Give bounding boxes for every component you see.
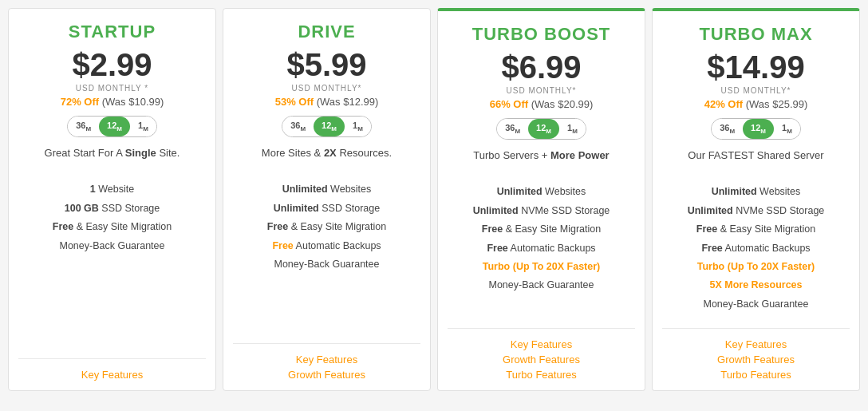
plan-name-turbo-max: TURBO MAX bbox=[699, 24, 812, 45]
plan-link-turbo-boost-2[interactable]: Turbo Features bbox=[506, 369, 576, 381]
plan-feature-item-turbo-boost-5: Money-Back Guarantee bbox=[448, 276, 635, 294]
plan-card-startup: STARTUP$2.99USD MONTHLY *72% Off (Was $1… bbox=[8, 8, 216, 391]
plan-features-drive: Unlimited WebsitesUnlimited SSD StorageF… bbox=[233, 180, 420, 329]
billing-option-12m-startup[interactable]: 12M bbox=[99, 117, 130, 136]
plan-discount-turbo-boost: 66% Off (Was $20.99) bbox=[490, 98, 594, 110]
billing-option-36m-turbo-boost[interactable]: 36M bbox=[497, 119, 528, 139]
plan-link-drive-1[interactable]: Growth Features bbox=[288, 369, 365, 381]
plan-price-drive: $5.99 bbox=[286, 47, 366, 82]
plan-discount-startup: 72% Off (Was $10.99) bbox=[61, 96, 164, 108]
plan-link-turbo-boost-1[interactable]: Growth Features bbox=[503, 354, 580, 366]
plan-link-drive-0[interactable]: Key Features bbox=[296, 354, 357, 366]
plan-feature-item-startup-3: Money-Back Guarantee bbox=[18, 237, 206, 255]
billing-option-1m-turbo-max[interactable]: 1M bbox=[774, 119, 800, 139]
plan-feature-item-turbo-max-4: Turbo (Up To 20X Faster) bbox=[662, 258, 850, 276]
plan-link-turbo-max-1[interactable]: Growth Features bbox=[717, 354, 795, 366]
plan-links-startup: Key Features bbox=[18, 369, 206, 381]
billing-toggle-turbo-boost[interactable]: 36M12M1M bbox=[496, 118, 586, 140]
plan-feature-item-turbo-boost-0: Unlimited Websites bbox=[448, 183, 635, 201]
plan-period-startup: USD MONTHLY * bbox=[76, 84, 149, 93]
plan-feature-item-startup-0: 1 Website bbox=[18, 180, 206, 199]
divider-turbo-boost bbox=[448, 328, 635, 329]
plan-tagline-drive: More Sites & 2X Resources. bbox=[262, 147, 392, 172]
plan-feature-item-turbo-boost-2: Free & Easy Site Migration bbox=[448, 220, 635, 239]
plan-feature-item-drive-2: Free & Easy Site Migration bbox=[233, 218, 420, 236]
plan-price-turbo-max: $14.99 bbox=[707, 49, 804, 85]
divider-drive bbox=[233, 343, 420, 344]
plan-tagline-startup: Great Start For A Single Site. bbox=[45, 147, 180, 172]
plan-period-drive: USD MONTHLY* bbox=[292, 84, 362, 93]
plan-links-turbo-max: Key FeaturesGrowth FeaturesTurbo Feature… bbox=[662, 338, 850, 381]
plan-links-drive: Key FeaturesGrowth Features bbox=[233, 354, 420, 381]
billing-option-1m-startup[interactable]: 1M bbox=[130, 117, 156, 136]
divider-startup bbox=[18, 358, 206, 359]
plan-period-turbo-boost: USD MONTHLY* bbox=[507, 86, 577, 95]
plan-feature-item-drive-3: Free Automatic Backups bbox=[233, 237, 420, 255]
billing-option-12m-turbo-boost[interactable]: 12M bbox=[528, 119, 559, 139]
plan-feature-item-turbo-max-0: Unlimited Websites bbox=[662, 183, 850, 201]
plan-name-turbo-boost: TURBO BOOST bbox=[472, 24, 611, 45]
plan-link-startup-0[interactable]: Key Features bbox=[81, 369, 143, 381]
billing-option-36m-drive[interactable]: 36M bbox=[282, 117, 314, 136]
plan-name-drive: DRIVE bbox=[298, 22, 355, 42]
billing-toggle-startup[interactable]: 36M12M1M bbox=[67, 116, 157, 137]
plan-period-turbo-max: USD MONTHLY* bbox=[721, 86, 791, 95]
plan-feature-item-turbo-max-5: 5X More Resources bbox=[662, 276, 850, 294]
plan-feature-item-drive-1: Unlimited SSD Storage bbox=[233, 200, 420, 218]
plan-feature-item-turbo-boost-3: Free Automatic Backups bbox=[448, 239, 635, 258]
plan-feature-item-startup-1: 100 GB SSD Storage bbox=[18, 200, 206, 218]
plan-feature-item-startup-2: Free & Easy Site Migration bbox=[18, 218, 206, 236]
billing-option-12m-drive[interactable]: 12M bbox=[314, 117, 345, 136]
plan-features-startup: 1 Website100 GB SSD StorageFree & Easy S… bbox=[18, 180, 206, 344]
billing-toggle-drive[interactable]: 36M12M1M bbox=[282, 116, 372, 137]
plan-card-turbo-boost: TURBO BOOST$6.99USD MONTHLY*66% Off (Was… bbox=[437, 8, 645, 391]
plan-links-turbo-boost: Key FeaturesGrowth FeaturesTurbo Feature… bbox=[448, 338, 635, 381]
plan-link-turbo-max-2[interactable]: Turbo Features bbox=[720, 369, 791, 381]
plan-price-startup: $2.99 bbox=[72, 47, 152, 82]
plan-feature-item-turbo-max-3: Free Automatic Backups bbox=[662, 239, 850, 258]
plan-feature-item-turbo-max-1: Unlimited NVMe SSD Storage bbox=[662, 202, 850, 220]
plan-feature-item-turbo-max-2: Free & Easy Site Migration bbox=[662, 220, 850, 239]
plan-tagline-turbo-boost: Turbo Servers + More Power bbox=[473, 149, 609, 175]
plan-feature-item-turbo-max-6: Money-Back Guarantee bbox=[662, 295, 850, 314]
plan-tagline-turbo-max: Our FASTEST Shared Server bbox=[688, 149, 823, 175]
plan-feature-item-turbo-boost-4: Turbo (Up To 20X Faster) bbox=[448, 258, 635, 276]
plan-features-turbo-boost: Unlimited WebsitesUnlimited NVMe SSD Sto… bbox=[448, 183, 635, 314]
plan-discount-drive: 53% Off (Was $12.99) bbox=[275, 96, 379, 108]
plan-feature-item-drive-4: Money-Back Guarantee bbox=[233, 255, 420, 274]
billing-option-1m-drive[interactable]: 1M bbox=[345, 117, 371, 136]
plan-link-turbo-max-0[interactable]: Key Features bbox=[725, 338, 787, 350]
plan-features-turbo-max: Unlimited WebsitesUnlimited NVMe SSD Sto… bbox=[662, 183, 850, 314]
billing-toggle-turbo-max[interactable]: 36M12M1M bbox=[711, 118, 801, 140]
plan-card-drive: DRIVE$5.99USD MONTHLY*53% Off (Was $12.9… bbox=[223, 8, 431, 391]
plan-link-turbo-boost-0[interactable]: Key Features bbox=[511, 338, 572, 350]
billing-option-12m-turbo-max[interactable]: 12M bbox=[743, 119, 774, 139]
plan-card-turbo-max: TURBO MAX$14.99USD MONTHLY*42% Off (Was … bbox=[652, 8, 860, 391]
plan-discount-turbo-max: 42% Off (Was $25.99) bbox=[704, 98, 808, 110]
billing-option-36m-turbo-max[interactable]: 36M bbox=[712, 119, 743, 139]
divider-turbo-max bbox=[662, 328, 850, 329]
pricing-container: STARTUP$2.99USD MONTHLY *72% Off (Was $1… bbox=[8, 8, 860, 391]
billing-option-36m-startup[interactable]: 36M bbox=[68, 117, 99, 136]
plan-feature-item-drive-0: Unlimited Websites bbox=[233, 180, 420, 199]
billing-option-1m-turbo-boost[interactable]: 1M bbox=[559, 119, 586, 139]
plan-name-startup: STARTUP bbox=[69, 22, 156, 42]
plan-price-turbo-boost: $6.99 bbox=[501, 49, 581, 85]
plan-feature-item-turbo-boost-1: Unlimited NVMe SSD Storage bbox=[448, 202, 635, 220]
